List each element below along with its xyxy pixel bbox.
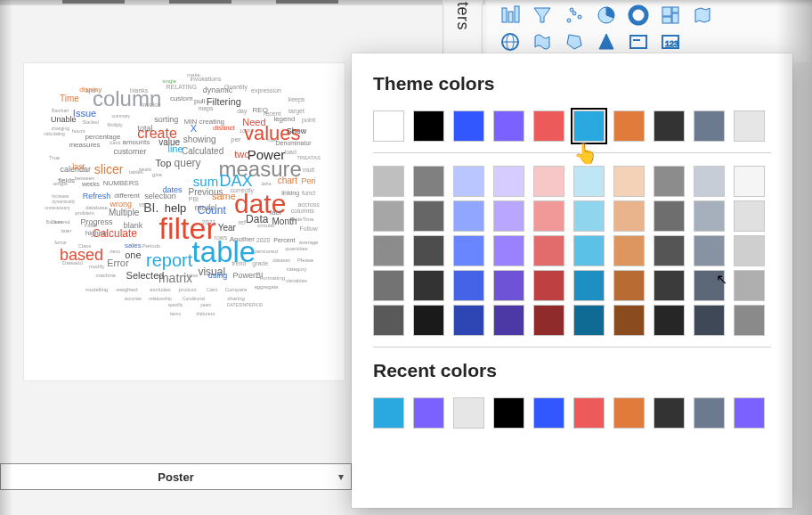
color-swatch[interactable] <box>413 305 444 336</box>
wordcloud-word[interactable]: Increase <box>52 193 69 198</box>
color-swatch[interactable] <box>654 305 685 336</box>
color-swatch[interactable] <box>654 270 685 301</box>
wordcloud-word[interactable]: hours <box>72 128 85 134</box>
wordcloud-word[interactable]: sum <box>193 175 218 188</box>
wordcloud-word[interactable]: BI. <box>143 201 158 214</box>
wordcloud-word[interactable]: Please <box>297 258 313 263</box>
wordcloud-word[interactable]: and <box>85 86 96 93</box>
wordcloud-word[interactable]: Need <box>242 118 265 127</box>
wordcloud-word[interactable]: machine <box>95 273 116 278</box>
wordcloud-word[interactable]: force <box>54 240 66 245</box>
shape-map-icon[interactable] <box>562 29 587 54</box>
color-swatch[interactable] <box>413 166 444 197</box>
wordcloud-word[interactable]: zero <box>110 249 120 254</box>
wordcloud-word[interactable]: Time <box>60 94 79 103</box>
gauge-icon[interactable] <box>594 29 619 54</box>
color-swatch[interactable] <box>453 235 484 266</box>
wordcloud-word[interactable]: modify <box>89 264 105 269</box>
color-swatch[interactable] <box>573 166 605 197</box>
wordcloud-word[interactable]: Formatting <box>259 275 285 281</box>
wordcloud-word[interactable]: items <box>170 311 181 315</box>
wordcloud-word[interactable]: Barchart <box>52 108 69 112</box>
wordcloud-word[interactable]: product <box>179 287 197 292</box>
color-swatch[interactable] <box>413 270 444 301</box>
color-swatch[interactable] <box>493 110 524 142</box>
color-swatch[interactable] <box>734 166 765 197</box>
wordcloud-word[interactable]: MIN <box>184 119 198 126</box>
wordcloud-word[interactable]: ref <box>239 219 246 225</box>
wordcloud-word[interactable]: Issue <box>73 109 96 119</box>
color-swatch[interactable] <box>573 235 605 266</box>
color-swatch[interactable] <box>654 235 685 266</box>
wordcloud-word[interactable]: Error <box>107 258 128 268</box>
wordcloud-word[interactable]: legend <box>273 116 295 123</box>
wordcloud-word[interactable]: problem <box>75 210 94 216</box>
wordcloud-word[interactable]: custom <box>170 95 193 102</box>
wordcloud-word[interactable]: help <box>165 201 187 213</box>
color-swatch[interactable] <box>493 235 524 266</box>
color-swatch[interactable] <box>613 110 645 142</box>
wordcloud-word[interactable]: report <box>146 251 192 269</box>
wordcloud-word[interactable]: per <box>231 136 241 143</box>
wordcloud-word[interactable]: Unable <box>51 115 77 123</box>
wordcloud-word[interactable]: expression <box>251 86 281 93</box>
color-swatch[interactable] <box>573 200 605 232</box>
wordcloud-word[interactable]: modelling <box>85 287 109 292</box>
wordcloud-word[interactable]: invoice <box>142 102 161 108</box>
color-swatch[interactable] <box>453 305 484 336</box>
wordcloud-word[interactable]: last <box>72 162 85 170</box>
wordcloud-word[interactable]: sharing <box>227 296 245 301</box>
wordcloud-word[interactable]: Conditional <box>183 297 205 301</box>
wordcloud-word[interactable]: dates <box>163 185 183 193</box>
color-swatch[interactable] <box>413 397 444 429</box>
wordcloud-word[interactable]: Compare <box>225 287 248 292</box>
wordcloud-word[interactable]: Dateadd <box>62 260 83 266</box>
wordcloud-word[interactable]: showing <box>183 135 216 144</box>
color-swatch[interactable] <box>533 397 564 429</box>
wordcloud-word[interactable]: Class <box>77 243 91 249</box>
wordcloud-word[interactable]: accross <box>298 201 320 208</box>
wordcloud-word[interactable]: 2021 <box>202 219 216 225</box>
color-swatch[interactable] <box>373 235 404 266</box>
wordcloud-word[interactable]: False <box>84 223 97 228</box>
color-swatch[interactable] <box>573 397 605 429</box>
wordcloud-word[interactable]: whose <box>183 273 198 278</box>
kpi-icon[interactable]: 123 <box>658 29 683 54</box>
wordcloud-word[interactable]: calculating <box>44 132 65 136</box>
wordcloud-word[interactable]: target <box>288 107 304 113</box>
wordcloud-word[interactable]: rows <box>215 233 228 240</box>
wordcloud-word[interactable]: unnecessary <box>45 205 69 209</box>
wordcloud-word[interactable]: accurate <box>125 297 142 301</box>
wordcloud-word[interactable]: correctly <box>231 186 254 192</box>
wordcloud-word[interactable]: Another <box>230 236 255 243</box>
wordcloud-word[interactable]: aggregate <box>254 284 278 290</box>
wordcloud-word[interactable]: now <box>267 137 277 143</box>
wordcloud-word[interactable]: creating <box>199 119 224 126</box>
color-swatch[interactable] <box>694 166 725 197</box>
color-swatch[interactable] <box>613 235 645 266</box>
color-swatch[interactable] <box>613 305 645 336</box>
wordcloud-word[interactable]: Quantity <box>224 84 248 90</box>
color-swatch[interactable] <box>613 166 645 197</box>
color-swatch[interactable] <box>493 166 524 197</box>
wordcloud-word[interactable]: single <box>162 78 176 84</box>
color-swatch[interactable] <box>694 305 725 336</box>
wordcloud-word[interactable]: recent <box>264 110 280 117</box>
wordcloud-word[interactable]: value <box>158 138 180 147</box>
wordcloud-word[interactable]: highest <box>85 230 109 237</box>
wordcloud-word[interactable]: RELATING <box>166 84 198 90</box>
scatter-icon[interactable] <box>562 3 587 28</box>
wordcloud-word[interactable]: columns <box>291 208 314 214</box>
wordcloud-word[interactable]: different <box>114 192 140 200</box>
wordcloud-word[interactable]: give <box>152 172 162 177</box>
wordcloud-word[interactable]: chart <box>278 176 297 185</box>
wordcloud-word[interactable]: later <box>61 228 72 233</box>
wordcloud-word[interactable]: measures <box>69 142 100 149</box>
color-swatch[interactable] <box>613 200 645 232</box>
wordcloud-word[interactable]: database <box>85 205 108 210</box>
wordcloud-word[interactable]: DATESINPERIOD <box>227 302 263 307</box>
color-swatch[interactable] <box>613 397 645 429</box>
color-swatch[interactable] <box>613 270 645 301</box>
wordcloud-word[interactable]: maps <box>198 104 213 110</box>
wordcloud-word[interactable]: Peri <box>302 177 316 185</box>
